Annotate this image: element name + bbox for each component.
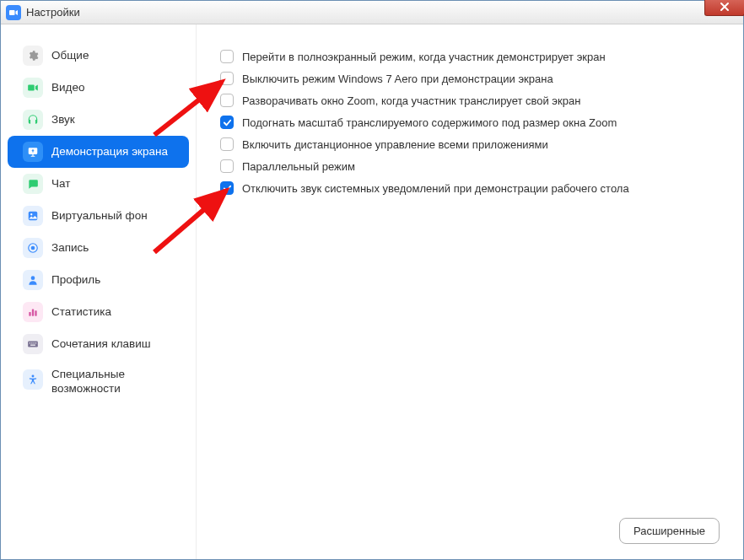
option-label: Отключить звук системных уведомлений при…	[242, 182, 629, 195]
svg-rect-3	[29, 212, 38, 221]
share-screen-icon	[23, 142, 43, 162]
option-fullscreen-on-share[interactable]: Перейти в полноэкранный режим, когда уча…	[220, 50, 720, 63]
option-label: Подогнать масштаб транслируемого содержи…	[242, 116, 617, 129]
app-icon	[6, 5, 21, 20]
svg-rect-15	[35, 342, 36, 343]
checkbox[interactable]	[220, 137, 234, 151]
option-scale-to-fit[interactable]: Подогнать масштаб транслируемого содержи…	[220, 116, 720, 129]
advanced-button[interactable]: Расширенные	[619, 518, 720, 544]
keyboard-icon	[23, 334, 43, 354]
virtual-bg-icon	[23, 206, 43, 226]
checkbox[interactable]	[220, 72, 234, 85]
record-icon	[23, 238, 43, 258]
sidebar: Общие Видео Звук Демонстрация экрана	[1, 24, 197, 559]
sidebar-item-profile[interactable]: Профиль	[8, 264, 189, 296]
option-label: Перейти в полноэкранный режим, когда уча…	[242, 51, 606, 63]
sidebar-item-label: Виртуальный фон	[51, 209, 148, 223]
svg-rect-11	[28, 342, 38, 347]
option-label: Включить дистанционное управление всеми …	[242, 138, 548, 151]
sidebar-item-label: Профиль	[51, 273, 100, 288]
svg-point-17	[32, 374, 35, 377]
sidebar-item-audio[interactable]: Звук	[8, 104, 189, 136]
sidebar-item-stats[interactable]: Статистика	[8, 296, 189, 328]
window-title: Настройки	[26, 6, 80, 19]
option-side-by-side[interactable]: Параллельный режим	[220, 159, 720, 173]
sidebar-item-virtual-bg[interactable]: Виртуальный фон	[8, 200, 189, 232]
settings-list: Перейти в полноэкранный режим, когда уча…	[220, 50, 720, 195]
sidebar-item-label: Общие	[51, 49, 89, 63]
close-icon	[720, 2, 730, 12]
check-icon	[223, 184, 232, 193]
sidebar-item-record[interactable]: Запись	[8, 232, 189, 264]
svg-rect-9	[32, 310, 34, 316]
sidebar-item-label: Звук	[51, 113, 75, 127]
svg-rect-14	[34, 342, 35, 343]
sidebar-item-share-screen[interactable]: Демонстрация экрана	[8, 136, 189, 168]
sidebar-item-label: Сочетания клавиш	[51, 337, 151, 352]
gear-icon	[23, 46, 43, 66]
svg-rect-10	[35, 310, 36, 315]
titlebar: Настройки	[1, 1, 743, 24]
checkbox[interactable]	[220, 159, 234, 173]
svg-rect-0	[9, 10, 15, 15]
sidebar-item-accessibility[interactable]: Специальные возможности	[8, 360, 189, 404]
checkbox[interactable]	[220, 116, 234, 129]
check-icon	[223, 118, 232, 127]
sidebar-item-label: Видео	[51, 81, 84, 95]
chat-icon	[23, 174, 43, 194]
option-remote-control-all[interactable]: Включить дистанционное управление всеми …	[220, 137, 720, 151]
sidebar-item-label: Чат	[51, 177, 70, 191]
option-label: Разворачивать окно Zoom, когда участник …	[242, 94, 580, 107]
checkbox[interactable]	[220, 94, 234, 107]
svg-rect-8	[29, 312, 30, 316]
footer: Расширенные	[220, 509, 720, 544]
svg-point-7	[31, 276, 35, 280]
svg-point-4	[30, 213, 32, 215]
checkbox[interactable]	[220, 50, 234, 63]
video-icon	[23, 78, 43, 98]
option-maximize-on-share[interactable]: Разворачивать окно Zoom, когда участник …	[220, 94, 720, 107]
sidebar-item-general[interactable]: Общие	[8, 40, 189, 72]
settings-window: Настройки Общие Видео	[0, 0, 744, 560]
window-body: Общие Видео Звук Демонстрация экрана	[1, 24, 743, 559]
headphones-icon	[23, 110, 43, 130]
option-disable-aero[interactable]: Выключить режим Windows 7 Aero при демон…	[220, 72, 720, 85]
content-panel: Перейти в полноэкранный режим, когда уча…	[197, 24, 743, 559]
stats-icon	[23, 302, 43, 322]
sidebar-item-label: Запись	[51, 241, 89, 256]
sidebar-item-shortcuts[interactable]: Сочетания клавиш	[8, 328, 189, 360]
sidebar-item-video[interactable]: Видео	[8, 72, 189, 104]
svg-point-6	[31, 246, 35, 250]
option-silence-notifications[interactable]: Отключить звук системных уведомлений при…	[220, 181, 720, 195]
sidebar-item-label: Специальные возможности	[51, 368, 174, 396]
sidebar-item-chat[interactable]: Чат	[8, 168, 189, 200]
close-button[interactable]	[704, 0, 744, 16]
checkbox[interactable]	[220, 181, 234, 195]
svg-rect-16	[30, 345, 35, 346]
svg-rect-12	[30, 342, 30, 343]
sidebar-item-label: Статистика	[51, 305, 111, 320]
svg-rect-1	[28, 85, 35, 91]
svg-rect-13	[31, 342, 32, 343]
sidebar-item-label: Демонстрация экрана	[51, 145, 168, 159]
accessibility-icon	[23, 369, 43, 390]
option-label: Выключить режим Windows 7 Aero при демон…	[242, 73, 553, 85]
option-label: Параллельный режим	[242, 160, 355, 173]
profile-icon	[23, 270, 43, 290]
